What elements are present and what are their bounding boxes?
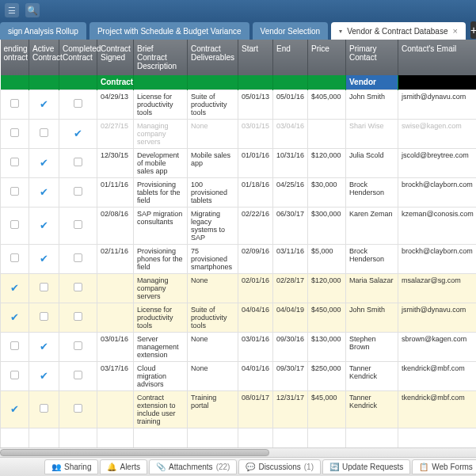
checkbox[interactable] bbox=[74, 220, 82, 229]
cell-end[interactable]: 12/31/17 bbox=[273, 390, 308, 428]
checkbox[interactable] bbox=[10, 158, 19, 166]
col-pending[interactable]: ending ontract bbox=[1, 40, 29, 75]
menu-icon[interactable]: ☰ bbox=[5, 3, 19, 17]
cell-end[interactable]: 05/01/16 bbox=[273, 89, 308, 119]
cell-contact[interactable]: John Smith bbox=[346, 89, 398, 119]
checkbox[interactable] bbox=[40, 128, 48, 137]
table-row[interactable]: ✔Contract extension to include user trai… bbox=[1, 390, 477, 428]
table-row[interactable]: ✔02/11/16Provisioning phones for the fie… bbox=[1, 244, 477, 273]
bottom-tab-discussions[interactable]: 💬Discussions (1) bbox=[238, 459, 321, 474]
cell-signed[interactable]: 02/08/16 bbox=[97, 207, 134, 244]
cell-end[interactable]: 03/04/16 bbox=[273, 119, 308, 148]
cell-price[interactable]: $120,000 bbox=[308, 148, 346, 177]
checkbox[interactable] bbox=[74, 253, 82, 262]
bottom-tab-attachments[interactable]: 📎Attachments (22) bbox=[149, 459, 237, 474]
cell-deliv[interactable]: Migrating legacy systems to SAP bbox=[188, 207, 238, 244]
cell-price[interactable]: $250,000 bbox=[308, 361, 346, 390]
cell-contact[interactable]: Brock Henderson bbox=[346, 177, 398, 207]
cell-deliv[interactable]: Suite of productivity tools bbox=[188, 89, 238, 119]
cell-signed[interactable]: 12/30/15 bbox=[97, 148, 134, 177]
cell-email[interactable]: msalazar@sg.com bbox=[398, 273, 477, 303]
checkbox[interactable] bbox=[10, 99, 19, 108]
cell-email[interactable]: jscold@breytree.com bbox=[398, 148, 477, 177]
cell-price[interactable]: $450,000 bbox=[308, 303, 346, 332]
cell-price[interactable]: $405,000 bbox=[308, 89, 346, 119]
cell-signed[interactable]: 04/29/13 bbox=[97, 89, 134, 119]
cell-end[interactable]: 09/30/17 bbox=[273, 361, 308, 390]
checkbox[interactable] bbox=[40, 404, 48, 413]
col-contact[interactable]: Primary Contact bbox=[346, 40, 398, 75]
cell-price[interactable]: $120,000 bbox=[308, 273, 346, 303]
checkbox[interactable] bbox=[10, 187, 19, 196]
cell-price[interactable] bbox=[308, 119, 346, 148]
checkbox[interactable] bbox=[10, 341, 19, 350]
cell-end[interactable]: 03/11/16 bbox=[273, 244, 308, 273]
cell-price[interactable]: $45,000 bbox=[308, 390, 346, 428]
cell-email[interactable]: kzeman@conosis.com bbox=[398, 207, 477, 244]
cell-start[interactable]: 02/09/16 bbox=[238, 244, 273, 273]
grid[interactable]: ending ontract Active Contract Completed… bbox=[0, 40, 476, 455]
add-tab-button[interactable]: + bbox=[470, 21, 476, 39]
cell-contact[interactable]: Tanner Kendrick bbox=[346, 390, 398, 428]
bottom-tab-alerts[interactable]: 🔔Alerts bbox=[100, 459, 147, 474]
col-completed[interactable]: Completed Contract bbox=[59, 40, 97, 75]
cell-price[interactable]: $130,000 bbox=[308, 332, 346, 361]
cell-price[interactable]: $30,000 bbox=[308, 177, 346, 207]
cell-signed[interactable]: 02/11/16 bbox=[97, 244, 134, 273]
bottom-tab-update-requests[interactable]: 🔄Update Requests bbox=[322, 459, 410, 474]
checkbox[interactable] bbox=[74, 404, 82, 413]
tab-analysis[interactable]: sign Analysis Rollup bbox=[0, 22, 86, 40]
bottom-tab-web-forms[interactable]: 📋Web Forms (1) bbox=[412, 459, 476, 474]
cell-contact[interactable]: Karen Zeman bbox=[346, 207, 398, 244]
chevron-down-icon[interactable]: ▾ bbox=[339, 28, 342, 35]
cell-end[interactable]: 04/04/19 bbox=[273, 303, 308, 332]
cell-email[interactable]: tkendrick@mbf.com bbox=[398, 361, 477, 390]
cell-signed[interactable]: 02/27/15 bbox=[97, 119, 134, 148]
cell-end[interactable]: 02/28/17 bbox=[273, 273, 308, 303]
cell-contact[interactable]: Shari Wise bbox=[346, 119, 398, 148]
cell-desc[interactable]: Cloud migration advisors bbox=[134, 361, 188, 390]
tab-project[interactable]: Project with Schedule & Budget Variance bbox=[89, 22, 249, 40]
col-price[interactable]: Price bbox=[308, 40, 346, 75]
cell-desc[interactable]: Server management extension bbox=[134, 332, 188, 361]
bottom-tab-sharing[interactable]: 👥Sharing bbox=[44, 459, 98, 474]
checkbox[interactable] bbox=[10, 371, 19, 379]
cell-start[interactable]: 03/01/15 bbox=[238, 119, 273, 148]
table-row[interactable]: ✔License for productivity toolsSuite of … bbox=[1, 303, 477, 332]
checkbox[interactable] bbox=[74, 187, 82, 196]
col-end[interactable]: End bbox=[273, 40, 308, 75]
cell-price[interactable]: $5,000 bbox=[308, 244, 346, 273]
cell-end[interactable]: 10/31/16 bbox=[273, 148, 308, 177]
cell-start[interactable]: 04/01/16 bbox=[238, 361, 273, 390]
cell-start[interactable]: 02/01/16 bbox=[238, 273, 273, 303]
checkbox[interactable] bbox=[10, 128, 19, 137]
cell-desc[interactable]: License for productivity tools bbox=[134, 89, 188, 119]
cell-email[interactable]: swise@kagen.com bbox=[398, 119, 477, 148]
cell-email[interactable]: tkendrick@mbf.com bbox=[398, 390, 477, 428]
cell-start[interactable]: 01/18/16 bbox=[238, 177, 273, 207]
cell-signed[interactable] bbox=[97, 273, 134, 303]
col-active[interactable]: Active Contract bbox=[29, 40, 59, 75]
cell-deliv[interactable]: None bbox=[188, 361, 238, 390]
cell-contact[interactable]: Tanner Kendrick bbox=[346, 361, 398, 390]
cell-deliv[interactable]: None bbox=[188, 332, 238, 361]
cell-contact[interactable]: Julia Scold bbox=[346, 148, 398, 177]
cell-desc[interactable]: Contract extension to include user train… bbox=[134, 390, 188, 428]
tab-vendor-selection[interactable]: Vendor Selection bbox=[253, 22, 329, 40]
cell-deliv[interactable]: None bbox=[188, 119, 238, 148]
cell-contact[interactable]: Maria Salazar bbox=[346, 273, 398, 303]
checkbox[interactable] bbox=[10, 253, 19, 262]
cell-deliv[interactable]: Training portal bbox=[188, 390, 238, 428]
horizontal-scrollbar[interactable] bbox=[0, 447, 476, 457]
table-row[interactable]: ✔01/11/16Provisioning tablets for the fi… bbox=[1, 177, 477, 207]
cell-desc[interactable]: License for productivity tools bbox=[134, 303, 188, 332]
cell-signed[interactable]: 03/01/16 bbox=[97, 332, 134, 361]
checkbox[interactable] bbox=[74, 371, 82, 379]
checkbox[interactable] bbox=[10, 220, 19, 229]
checkbox[interactable] bbox=[40, 283, 48, 291]
cell-email[interactable]: brockh@clayborn.com bbox=[398, 177, 477, 207]
col-desc[interactable]: Brief Contract Description bbox=[134, 40, 188, 75]
cell-deliv[interactable]: 100 provisioned tablets bbox=[188, 177, 238, 207]
table-row[interactable]: ✔Managing company serversNone02/01/1602/… bbox=[1, 273, 477, 303]
cell-desc[interactable]: Development of mobile sales app bbox=[134, 148, 188, 177]
